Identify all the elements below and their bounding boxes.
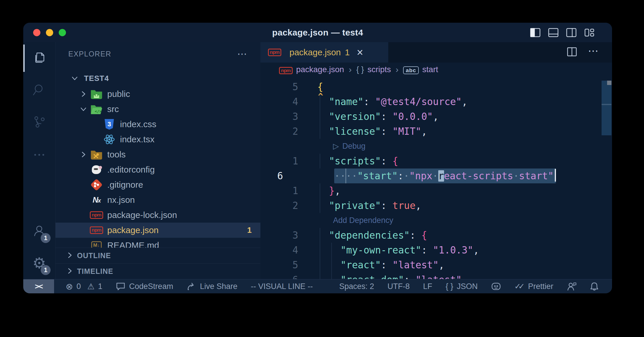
title-bar: package.json — test4 <box>23 23 612 42</box>
token: "scripts" <box>329 155 381 167</box>
breadcrumb-item-scripts[interactable]: { }scripts <box>356 65 391 74</box>
npm-icon: npm <box>90 209 103 221</box>
tree-item--gitignore[interactable]: .gitignore <box>56 177 260 192</box>
status-label: Live Share <box>200 282 237 291</box>
status-item-prettier[interactable]: ✓✓Prettier <box>514 282 553 291</box>
breadcrumb-item-package-json[interactable]: npmpackage.json <box>279 65 344 74</box>
token: eact-scripts <box>444 170 513 182</box>
status-item-codestream[interactable]: CodeStream <box>116 282 173 291</box>
chevron-placeholder <box>77 163 90 176</box>
codelens-add-dependency[interactable]: Add Dependency <box>260 213 612 228</box>
section-label: OUTLINE <box>77 251 111 260</box>
workspace-root-row[interactable]: TEST4 <box>56 70 260 86</box>
token <box>317 96 329 107</box>
tree-item-package-lock-json[interactable]: npmpackage-lock.json <box>56 207 260 223</box>
cursor-bar <box>555 169 556 182</box>
codelens-label: Add Dependency <box>333 213 393 228</box>
code-line: 4 "name": "@test4/source", <box>260 94 612 109</box>
tree-item--editorconfig[interactable]: .editorconfig <box>56 162 260 177</box>
section-header-timeline[interactable]: TIMELINE <box>56 263 260 279</box>
line-number: 5 <box>260 79 298 94</box>
tree-item-nx-json[interactable]: Nxnx.json <box>56 192 260 207</box>
code-text: "dependencies": { <box>298 228 427 243</box>
token: "react" <box>340 259 381 271</box>
activity-item-search[interactable] <box>23 74 55 106</box>
close-window-button[interactable] <box>33 29 40 36</box>
token: · <box>340 170 346 182</box>
activity-item-explorer[interactable] <box>23 42 55 74</box>
token <box>317 111 329 122</box>
token: , <box>462 274 468 279</box>
activity-item-settings[interactable]: ⚙1 <box>23 247 55 279</box>
nx-icon: Nx <box>90 194 103 206</box>
token: { <box>421 230 427 241</box>
error-icon: ⊗ <box>66 281 73 292</box>
status-item-spaces-2[interactable]: Spaces: 2 <box>339 282 374 291</box>
customize-layout-icon[interactable] <box>584 27 595 38</box>
code-line: 5{^ <box>260 79 612 94</box>
breadcrumb: npmpackage.json›{ }scripts›abcstart <box>260 63 612 77</box>
activity-item-accounts[interactable]: 1 <box>23 215 55 247</box>
zoom-window-button[interactable] <box>59 29 66 36</box>
explorer-title: EXPLORER <box>68 50 111 58</box>
tree-item-label: package.json <box>107 225 159 235</box>
editor-more-actions-icon[interactable]: ⋯ <box>588 49 599 56</box>
token: start" <box>519 170 554 182</box>
token: : <box>381 259 393 271</box>
toggle-panel-icon[interactable] <box>548 27 559 38</box>
close-tab-icon[interactable]: × <box>357 48 363 57</box>
editor-group: npm package.json 1 × ⋯ npmpackage.json›{… <box>260 42 612 279</box>
npm-icon: npm <box>268 46 281 59</box>
tab-label: package.json <box>289 47 341 57</box>
code-text: "version": "0.0.0", <box>298 109 439 124</box>
activity-item-source-control[interactable] <box>23 106 55 138</box>
chevron-right-icon <box>77 148 90 161</box>
toggle-secondary-sidebar-icon[interactable] <box>566 27 577 38</box>
status-bar: ><⊗0⚠1CodeStreamLive Share-- VISUAL LINE… <box>23 279 612 293</box>
status-item-octoface[interactable] <box>491 282 501 291</box>
scrollbar-seam <box>602 104 611 105</box>
token: : <box>381 200 393 211</box>
code-line: 1 "scripts": { <box>260 154 612 168</box>
status-item-bell[interactable] <box>590 282 599 291</box>
status-item-item[interactable]: ⊗0⚠1 <box>66 281 102 292</box>
tree-item-src[interactable]: </>src <box>56 102 260 117</box>
split-editor-icon[interactable] <box>567 47 577 58</box>
status-item-lf[interactable]: LF <box>423 282 432 291</box>
minimize-window-button[interactable] <box>46 29 53 36</box>
breadcrumb-separator: › <box>349 65 352 75</box>
tree-item-index-css[interactable]: 3index.css <box>56 117 260 132</box>
code-line: 3 "version": "0.0.0", <box>260 109 612 124</box>
status-item-json[interactable]: { }JSON <box>446 282 478 291</box>
tab-bar: npm package.json 1 × ⋯ <box>260 42 612 63</box>
toggle-sidebar-icon[interactable] <box>530 27 541 38</box>
status-item-feedback[interactable] <box>567 282 577 291</box>
tree-item-label: tools <box>107 150 126 159</box>
status-item-live-share[interactable]: Live Share <box>187 282 237 291</box>
status-label: Prettier <box>528 282 553 291</box>
code-line: 6 "react-dom": "latest", <box>260 272 612 279</box>
tree-item-tools[interactable]: tools <box>56 147 260 162</box>
status-item-utf-8[interactable]: UTF-8 <box>387 282 410 291</box>
scrollbar-thumb[interactable] <box>602 81 611 135</box>
line-number: 3 <box>260 109 298 124</box>
code-text: "name": "@test4/source", <box>298 94 468 109</box>
token: true <box>392 200 415 211</box>
section-header-outline[interactable]: OUTLINE <box>56 248 260 263</box>
token <box>317 230 329 241</box>
activity-item-more[interactable] <box>23 138 55 170</box>
tab-package-json[interactable]: npm package.json 1 × <box>260 42 388 63</box>
explorer-more-actions-icon[interactable]: ⋯ <box>237 52 248 55</box>
tree-item-readme-md[interactable]: M↓README.md <box>56 238 260 248</box>
tree-item-index-tsx[interactable]: index.tsx <box>56 132 260 147</box>
token: , <box>473 244 479 256</box>
code-area[interactable]: 5{^4 "name": "@test4/source",3 "version"… <box>260 77 612 279</box>
status-item--visual-line-[interactable]: -- VISUAL LINE -- <box>251 282 313 291</box>
remote-indicator[interactable]: >< <box>23 279 54 293</box>
tree-item-public[interactable]: public <box>56 86 260 102</box>
breadcrumb-item-start[interactable]: abcstart <box>403 65 438 74</box>
token: "license" <box>329 126 381 137</box>
token <box>317 200 329 211</box>
tree-item-package-json[interactable]: npmpackage.json1 <box>56 223 260 238</box>
codelens-debug[interactable]: ▷Debug <box>260 139 612 154</box>
